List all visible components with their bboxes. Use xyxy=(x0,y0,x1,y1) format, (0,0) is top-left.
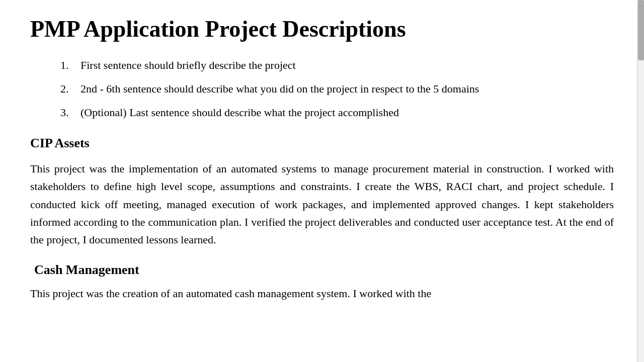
section-cash-management: Cash Management This project was the cre… xyxy=(30,262,614,302)
list-text-3: (Optional) Last sentence should describe… xyxy=(80,104,614,121)
list-text-2: 2nd - 6th sentence should describe what … xyxy=(80,80,614,97)
section-heading-cash: Cash Management xyxy=(34,262,614,278)
instructions-list: 1. First sentence should briefly describ… xyxy=(60,57,614,121)
scrollbar-thumb[interactable] xyxy=(638,0,644,60)
list-item: 3. (Optional) Last sentence should descr… xyxy=(60,104,614,121)
page-container: PMP Application Project Descriptions 1. … xyxy=(0,0,644,331)
section-paragraph-cash: This project was the creation of an auto… xyxy=(30,285,614,302)
section-paragraph-cip: This project was the implementation of a… xyxy=(30,160,614,248)
list-item: 1. First sentence should briefly describ… xyxy=(60,57,614,73)
list-number-3: 3. xyxy=(60,104,80,121)
section-heading-cip: CIP Assets xyxy=(30,136,614,151)
list-number-2: 2. xyxy=(60,80,80,97)
section-cip-assets: CIP Assets This project was the implemen… xyxy=(30,136,614,248)
list-item: 2. 2nd - 6th sentence should describe wh… xyxy=(60,80,614,97)
list-text-1: First sentence should briefly describe t… xyxy=(80,57,614,73)
scrollbar[interactable] xyxy=(637,0,644,362)
page-title: PMP Application Project Descriptions xyxy=(30,15,614,43)
list-number-1: 1. xyxy=(60,57,80,73)
